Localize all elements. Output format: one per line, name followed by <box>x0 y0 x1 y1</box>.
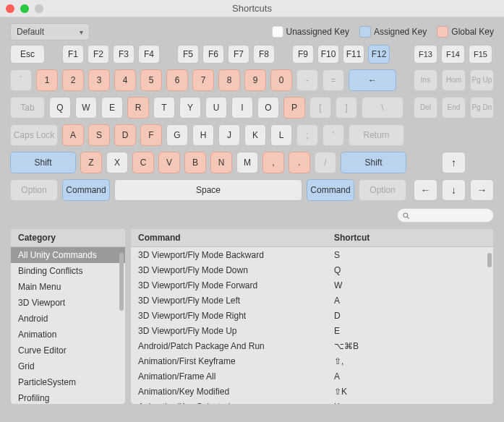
key-'[interactable]: ' <box>323 124 344 146</box>
key-f9[interactable]: F9 <box>292 45 314 64</box>
key-9[interactable]: 9 <box>244 69 266 91</box>
key-2[interactable]: 2 <box>62 69 84 91</box>
key-pg-up[interactable]: Pg Up <box>470 69 494 91</box>
key-m[interactable]: M <box>236 152 258 173</box>
key-r[interactable]: R <box>127 97 149 119</box>
key-[[interactable]: [ <box>309 97 331 119</box>
key-n[interactable]: N <box>210 152 232 173</box>
category-item[interactable]: 3D Viewport <box>11 295 125 311</box>
key-arrow-right[interactable]: → <box>470 179 494 201</box>
key-d[interactable]: D <box>114 124 136 146</box>
key-end[interactable]: End <box>442 97 466 119</box>
window-minimize-button[interactable] <box>20 4 29 13</box>
category-item[interactable]: Binding Conflicts <box>11 263 125 279</box>
command-list[interactable]: 3D Viewport/Fly Mode BackwardS3D Viewpor… <box>131 247 493 404</box>
command-row[interactable]: 3D Viewport/Fly Mode ForwardW <box>131 277 493 293</box>
key-esc[interactable]: Esc <box>10 45 45 64</box>
key-b[interactable]: B <box>184 152 206 173</box>
key-,[interactable]: , <box>262 152 284 173</box>
key-6[interactable]: 6 <box>166 69 188 91</box>
key-f2[interactable]: F2 <box>87 45 109 64</box>
category-item[interactable]: Animation <box>11 327 125 343</box>
key-shift[interactable]: Shift <box>10 152 76 173</box>
key-w[interactable]: W <box>75 97 97 119</box>
key-p[interactable]: P <box>283 97 305 119</box>
key-1[interactable]: 1 <box>36 69 58 91</box>
key-t[interactable]: T <box>153 97 175 119</box>
key-option[interactable]: Option <box>359 179 406 201</box>
key-f11[interactable]: F11 <box>343 45 364 64</box>
category-list[interactable]: All Unity CommandsBinding ConflictsMain … <box>11 247 125 404</box>
command-row[interactable]: 3D Viewport/Fly Mode UpE <box>131 323 493 338</box>
key-command[interactable]: Command <box>62 179 110 201</box>
key--[interactable]: - <box>296 69 318 91</box>
command-row[interactable]: Animation/First Keyframe⇧, <box>131 353 493 369</box>
key-tab[interactable]: Tab <box>10 97 45 119</box>
key-8[interactable]: 8 <box>218 69 240 91</box>
command-row[interactable]: Android/Patch Package And Run⌥⌘B <box>131 338 493 353</box>
key-f12[interactable]: F12 <box>368 45 390 64</box>
key-command[interactable]: Command <box>307 179 354 201</box>
key-l[interactable]: L <box>270 124 292 146</box>
key-shift[interactable]: Shift <box>341 152 406 173</box>
key-arrow-up[interactable]: ↑ <box>442 152 466 173</box>
key-0[interactable]: 0 <box>270 69 292 91</box>
key-f3[interactable]: F3 <box>113 45 134 64</box>
key-caps-lock[interactable]: Caps Lock <box>10 124 58 146</box>
key-i[interactable]: I <box>231 97 253 119</box>
category-item[interactable]: Main Menu <box>11 279 125 295</box>
key-space[interactable]: Space <box>114 179 302 201</box>
key-.[interactable]: . <box>289 152 310 173</box>
category-item[interactable]: Grid <box>11 358 125 374</box>
key-e[interactable]: E <box>101 97 123 119</box>
key-←[interactable]: ← <box>349 69 396 91</box>
key-\[interactable]: \ <box>362 97 403 119</box>
key-4[interactable]: 4 <box>114 69 136 91</box>
key-a[interactable]: A <box>62 124 84 146</box>
key-=[interactable]: = <box>323 69 344 91</box>
key-del[interactable]: Del <box>414 97 437 119</box>
key-f1[interactable]: F1 <box>62 45 84 64</box>
key-arrow-down[interactable]: ↓ <box>442 179 466 201</box>
key-f6[interactable]: F6 <box>202 45 224 64</box>
key-v[interactable]: V <box>158 152 180 173</box>
key-option[interactable]: Option <box>10 179 58 201</box>
search-input[interactable] <box>397 208 494 223</box>
key-`[interactable]: ` <box>10 69 32 91</box>
key-f8[interactable]: F8 <box>253 45 275 64</box>
key-return[interactable]: Return <box>349 124 404 146</box>
key-u[interactable]: U <box>205 97 227 119</box>
command-row[interactable]: 3D Viewport/Fly Mode RightD <box>131 308 493 323</box>
key-hom[interactable]: Hom <box>442 69 466 91</box>
key-arrow-left[interactable]: ← <box>414 179 437 201</box>
key-o[interactable]: O <box>257 97 279 119</box>
key-f10[interactable]: F10 <box>317 45 339 64</box>
key-7[interactable]: 7 <box>192 69 214 91</box>
key-k[interactable]: K <box>244 124 266 146</box>
key-pg-dn[interactable]: Pg Dn <box>470 97 494 119</box>
category-scrollbar[interactable] <box>119 253 124 398</box>
command-row[interactable]: 3D Viewport/Fly Mode DownQ <box>131 262 493 277</box>
category-item[interactable]: All Unity Commands <box>11 247 125 263</box>
key-f[interactable]: F <box>140 124 162 146</box>
key-5[interactable]: 5 <box>140 69 162 91</box>
key-f4[interactable]: F4 <box>138 45 160 64</box>
command-scrollbar[interactable] <box>487 253 492 398</box>
category-item[interactable]: Curve Editor <box>11 343 125 358</box>
key-f5[interactable]: F5 <box>177 45 199 64</box>
key-s[interactable]: S <box>88 124 110 146</box>
category-item[interactable]: ParticleSystem <box>11 374 125 390</box>
key-h[interactable]: H <box>192 124 214 146</box>
key-z[interactable]: Z <box>80 152 102 173</box>
key-ins[interactable]: Ins <box>414 69 437 91</box>
key-j[interactable]: J <box>218 124 240 146</box>
key-f15[interactable]: F15 <box>469 45 492 64</box>
key-q[interactable]: Q <box>49 97 71 119</box>
command-row[interactable]: Animation/Key Modified⇧K <box>131 384 493 399</box>
key-f7[interactable]: F7 <box>228 45 249 64</box>
key-f14[interactable]: F14 <box>441 45 465 64</box>
key-3[interactable]: 3 <box>88 69 110 91</box>
key-f13[interactable]: F13 <box>414 45 437 64</box>
category-item[interactable]: Profiling <box>11 390 125 404</box>
command-row[interactable]: Animation/Frame AllA <box>131 369 493 384</box>
